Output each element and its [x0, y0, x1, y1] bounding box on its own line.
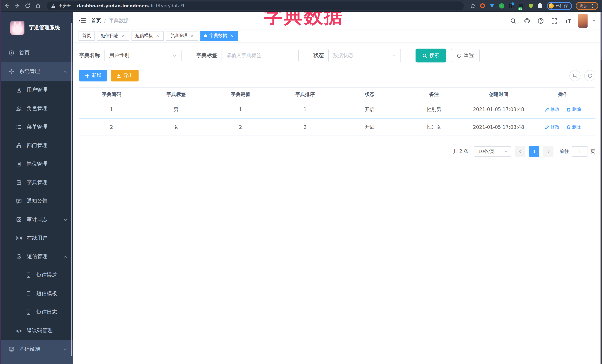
search-icon[interactable]	[510, 17, 516, 24]
table-row[interactable]: 1 男 1 1 开启 性别男 2021-01-05 17:03:48 修改 删除	[79, 101, 595, 118]
table-row[interactable]: 2 女 2 2 开启 性别女 2021-01-05 17:03:48 修改 删除	[79, 118, 595, 136]
close-icon[interactable]: ×	[155, 33, 160, 38]
sidebar-item-audit-log[interactable]: 审计日志	[0, 210, 73, 229]
address-bar[interactable]: 不安全 dashboard.yudao.iocoder.cn/dict/type…	[47, 1, 464, 10]
tag-dict-data[interactable]: 字典数据×	[200, 31, 238, 41]
sidebar-scrollbar[interactable]	[71, 23, 72, 356]
search-button-label: 搜索	[429, 52, 439, 59]
forward-arrow-icon[interactable]	[14, 3, 20, 9]
sidebar-item-sms-channel[interactable]: 短信渠道	[0, 266, 73, 284]
extension-green-check-icon[interactable]: ✓	[499, 3, 505, 9]
tag-sms-log[interactable]: 短信日志×	[97, 31, 129, 41]
sidebar-item-menu-management[interactable]: 菜单管理	[0, 118, 73, 136]
help-icon[interactable]	[537, 17, 544, 24]
fullscreen-icon[interactable]	[551, 17, 558, 24]
goto-page-input[interactable]	[572, 146, 588, 157]
dict-name-select[interactable]: 用户性别	[105, 49, 182, 62]
reset-button[interactable]: 重置	[451, 49, 480, 62]
sidebar-item-user-management[interactable]: 用户管理	[0, 81, 73, 99]
window-left-edge	[0, 0, 1, 364]
page-scrollbar-thumb[interactable]	[601, 12, 602, 60]
col-dict-value: 字典键值	[208, 88, 273, 101]
add-button[interactable]: 新增	[79, 70, 107, 82]
edit-link[interactable]: 修改	[545, 124, 560, 130]
bookmark-star-icon[interactable]	[470, 3, 476, 9]
tag-sms-template[interactable]: 短信模板×	[131, 31, 164, 41]
export-button[interactable]: 导出	[111, 70, 139, 82]
extension-puzzle-icon[interactable]	[537, 3, 543, 9]
tag-home[interactable]: 首页	[78, 31, 95, 41]
page-scrollbar[interactable]	[601, 12, 602, 364]
close-icon[interactable]: ×	[190, 33, 194, 38]
online-users-icon	[16, 235, 22, 241]
browser-update-button[interactable]: 更新⋮	[576, 2, 598, 10]
sidebar-filler	[0, 358, 73, 364]
download-icon	[116, 73, 121, 78]
close-icon[interactable]: ×	[121, 33, 126, 38]
sidebar-item-system-management[interactable]: 系统管理	[0, 62, 73, 81]
font-size-icon[interactable]: ᴛT	[565, 17, 571, 24]
sidebar-item-sms-log[interactable]: 短信日志	[0, 303, 73, 322]
filter-item-status: 状态 数据状态	[313, 49, 401, 62]
close-icon[interactable]: ×	[229, 33, 234, 38]
extension-on-badge-icon[interactable]	[518, 3, 524, 9]
url-text[interactable]: dashboard.yudao.iocoder.cn/dict/type/dat…	[77, 3, 185, 8]
app-title: 芋道管理系统	[29, 24, 60, 31]
cell-status: 开启	[337, 118, 402, 136]
sidebar-item-department-management[interactable]: 部门管理	[0, 136, 73, 155]
sidebar-item-online-users[interactable]: 在线用户	[0, 229, 73, 247]
extension-orange-ring-icon[interactable]	[479, 3, 485, 9]
page-size-select[interactable]: 10条/页	[474, 146, 511, 157]
page-content: 字典名称 用户性别 字典标签 请输入字典标签 状态	[73, 42, 602, 364]
page-size-value: 10条/页	[478, 148, 494, 155]
search-button[interactable]: 搜索	[416, 49, 446, 62]
toggle-search-icon-button[interactable]	[570, 70, 580, 81]
cell-status: 开启	[337, 101, 402, 118]
sidebar-item-sms-template[interactable]: 短信模板	[0, 284, 73, 303]
tag-dict-management[interactable]: 字典管理×	[166, 31, 198, 41]
chevron-down-icon[interactable]	[592, 19, 596, 23]
dict-tag-label: 字典标签	[196, 52, 217, 59]
system-management-submenu: 用户管理 角色管理 菜单管理 部门管理 岗位管理	[0, 81, 73, 340]
sidebar-item-label: 用户管理	[27, 87, 47, 93]
status-select[interactable]: 数据状态	[328, 49, 401, 62]
sidebar-item-notice-announcement[interactable]: 通知公告	[0, 192, 73, 210]
kebab-menu-icon[interactable]: ⋮	[590, 3, 595, 8]
sidebar-item-sms-management[interactable]: 短信管理	[0, 247, 73, 266]
delete-link[interactable]: 删除	[566, 124, 581, 130]
sidebar-item-dict-management[interactable]: 字典管理	[0, 173, 73, 192]
url-host: dashboard.yudao.iocoder.cn	[77, 3, 148, 8]
back-arrow-icon[interactable]	[4, 3, 10, 9]
table-toolbar: 新增 导出	[79, 70, 595, 82]
sidebar-collapse-icon[interactable]	[78, 18, 86, 24]
avatar[interactable]	[578, 14, 588, 28]
extension-leaf-icon[interactable]	[527, 3, 533, 9]
prev-page-button[interactable]	[515, 146, 525, 157]
cell-sort: 1	[273, 101, 337, 118]
cell-remark: 性别男	[402, 101, 466, 118]
github-icon[interactable]	[524, 17, 530, 24]
reload-icon[interactable]	[24, 3, 30, 9]
next-page-button[interactable]	[543, 146, 553, 157]
dict-tag-input[interactable]: 请输入字典标签	[222, 49, 299, 62]
extension-sliders-icon[interactable]	[508, 3, 514, 9]
page-number-1[interactable]: 1	[529, 146, 539, 157]
sidebar-item-infrastructure[interactable]: 基础设施	[0, 340, 73, 358]
refresh-icon-button[interactable]	[584, 70, 595, 81]
edit-link[interactable]: 修改	[545, 106, 560, 113]
profile-paused-badge[interactable]: 已暂停	[547, 2, 572, 10]
sidebar-item-role-management[interactable]: 角色管理	[0, 99, 73, 118]
sidebar-item-home[interactable]: 首页	[0, 44, 73, 62]
home-icon[interactable]	[35, 3, 41, 9]
sidebar-item-post-management[interactable]: 岗位管理	[0, 155, 73, 173]
security-label[interactable]: 不安全	[59, 3, 71, 9]
tag-label: 字典数据	[209, 32, 227, 39]
extension-blue-gem-icon[interactable]	[489, 3, 495, 9]
sidebar-item-label: 首页	[19, 50, 30, 56]
app-logo[interactable]: 芋道管理系统	[0, 12, 73, 44]
cell-actions: 修改 删除	[531, 101, 595, 118]
breadcrumb-home[interactable]: 首页	[91, 17, 101, 24]
delete-link[interactable]: 删除	[566, 106, 581, 113]
chevron-left-icon	[518, 149, 522, 154]
sidebar-item-error-code-management[interactable]: </> 错误码管理	[0, 322, 73, 340]
